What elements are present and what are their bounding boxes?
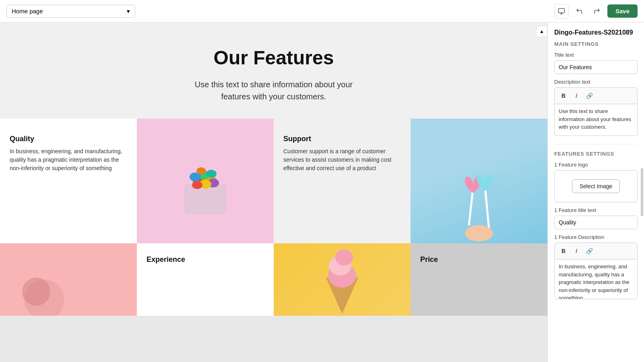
- description-link-button[interactable]: 🔗: [584, 90, 595, 101]
- feature-title-quality: Quality: [10, 135, 127, 143]
- divider-1: [554, 144, 638, 144]
- hero-section: Our Features Use this text to share info…: [0, 23, 547, 119]
- feature-desc-rte-toolbar: B I 🔗: [554, 243, 638, 259]
- feature-desc-text-area[interactable]: In business, engineering, and manufactur…: [554, 259, 638, 299]
- canvas-area: ▲ Our Features Use this text to share in…: [0, 23, 547, 362]
- features-grid: Quality In business, engineering, and ma…: [0, 119, 547, 243]
- hero-description: Use this text to share information about…: [169, 78, 378, 103]
- svg-point-21: [335, 249, 353, 265]
- price-title: Price: [420, 255, 538, 264]
- page-selector[interactable]: Home page ▾: [6, 5, 135, 18]
- select-image-area: Select Image: [554, 170, 638, 202]
- description-rte-toolbar: B I 🔗: [554, 87, 638, 104]
- right-sidebar: Dingo-Features-S2021089 MAIN SETTINGS Ti…: [547, 23, 644, 362]
- title-text-label: Title text: [554, 52, 638, 58]
- topbar-left: Home page ▾: [6, 5, 135, 18]
- feature-title-input[interactable]: [554, 216, 638, 229]
- svg-point-17: [22, 278, 50, 306]
- feature-desc-bold-button[interactable]: B: [558, 245, 569, 257]
- description-italic-button[interactable]: I: [571, 90, 582, 101]
- feature-desc-link-button[interactable]: 🔗: [584, 245, 595, 257]
- candy-bowl-svg: [173, 141, 237, 221]
- bold-icon: B: [561, 93, 566, 99]
- svg-point-10: [192, 181, 202, 189]
- sidebar-block-title: Dingo-Features-S2021089: [554, 29, 638, 36]
- bold-icon-2: B: [561, 248, 566, 254]
- bottom-card-icecream-image: [274, 243, 411, 316]
- main-layout: ▲ Our Features Use this text to share in…: [0, 23, 644, 362]
- description-text-label: Description text: [554, 79, 638, 85]
- feature-desc-italic-button[interactable]: I: [571, 245, 582, 257]
- bottom-row: Experience: [0, 243, 547, 316]
- undo-button[interactable]: [572, 4, 586, 19]
- desktop-view-button[interactable]: [554, 4, 569, 19]
- main-settings-label: MAIN SETTINGS: [554, 41, 638, 47]
- svg-point-11: [206, 170, 217, 178]
- scrollbar[interactable]: [641, 168, 643, 216]
- experience-title: Experience: [147, 255, 264, 264]
- description-bold-button[interactable]: B: [558, 90, 569, 101]
- lollipop-image: [411, 119, 547, 243]
- collapse-panel-button[interactable]: ▲: [536, 26, 547, 37]
- svg-rect-0: [558, 8, 564, 13]
- feature-title-label: 1 Feature title text: [554, 207, 638, 213]
- italic-icon: I: [576, 93, 577, 99]
- feature-card-support: Support Customer support is a range of c…: [274, 119, 411, 243]
- chevron-down-icon: ▾: [127, 8, 130, 15]
- svg-point-15: [465, 225, 493, 241]
- feature-card-lollipop-image: [411, 119, 547, 243]
- page-selector-label: Home page: [12, 8, 43, 14]
- candy-image: [137, 119, 274, 243]
- feature-desc-support: Customer support is a range of customer …: [283, 147, 401, 173]
- experience-image-svg: [0, 243, 137, 316]
- feature-desc-label: 1 Feature Description: [554, 234, 638, 240]
- hero-title: Our Features: [16, 47, 531, 69]
- bottom-card-experience-image: [0, 243, 137, 316]
- feature-card-quality: Quality In business, engineering, and ma…: [0, 119, 137, 243]
- feature-logo-label: 1 Feature logo: [554, 162, 638, 168]
- svg-point-12: [196, 167, 206, 175]
- title-text-input[interactable]: [554, 60, 638, 74]
- svg-rect-3: [185, 185, 225, 213]
- redo-button[interactable]: [590, 4, 604, 19]
- italic-icon-2: I: [576, 248, 577, 254]
- icecream-image: [274, 243, 411, 316]
- save-button[interactable]: Save: [607, 4, 638, 18]
- svg-line-13: [469, 189, 473, 225]
- features-settings-label: FEATURES SETTINGS: [554, 151, 638, 157]
- select-image-button[interactable]: Select Image: [572, 179, 620, 193]
- feature-card-candy-image: [137, 119, 274, 243]
- lollipop-svg: [439, 125, 519, 241]
- bottom-card-price-text: Price: [411, 243, 547, 316]
- redo-icon: [593, 8, 601, 15]
- topbar: Home page ▾ Save: [0, 0, 644, 23]
- link-icon: 🔗: [586, 93, 593, 99]
- feature-desc-quality: In business, engineering, and manufactur…: [10, 147, 127, 173]
- link-icon-2: 🔗: [586, 248, 593, 254]
- desktop-icon: [558, 8, 565, 15]
- description-text-area[interactable]: Use this text to share information about…: [554, 104, 638, 136]
- undo-icon: [576, 8, 583, 15]
- feature-title-support: Support: [283, 135, 401, 143]
- icecream-svg: [318, 245, 366, 314]
- svg-line-14: [485, 187, 489, 229]
- topbar-right: Save: [554, 4, 638, 19]
- bottom-card-experience-text: Experience: [137, 243, 274, 316]
